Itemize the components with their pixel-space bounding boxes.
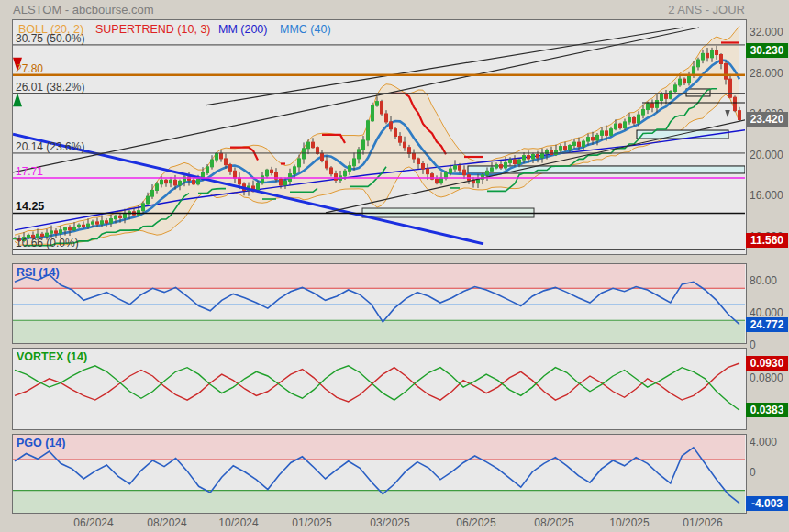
pgo-value-badge: -4.003 [746,496,788,511]
x-axis-label: 06/2025 [456,516,495,529]
x-axis-label: 01/2025 [292,516,331,529]
rsi-axis-tick: 0 [750,338,756,351]
price-badge: 30.230 [746,43,788,58]
pgo-panel[interactable] [12,434,747,514]
vortex-value-badge: 0.0383 [746,403,788,417]
x-axis-label: 03/2025 [370,516,409,529]
pgo-axis-tick: 0 [750,466,756,479]
x-axis-label: 01/2026 [683,516,722,529]
x-axis-label: 08/2025 [534,516,573,529]
price-badge: 11.560 [746,233,788,248]
rsi-axis-tick: 80.00 [750,274,777,287]
price-axis-tick: 32.000 [750,26,783,39]
price-axis-tick: 12.000 [750,230,783,243]
price-axis-tick: 16.000 [750,189,783,202]
price-badge: 23.420 [746,112,788,127]
rsi-panel[interactable] [12,263,747,344]
chart-app: ALSTOM - abcbourse.com 2 ANS - JOUR BOLL… [0,0,789,532]
main-price-panel[interactable] [12,19,747,255]
title-bar: ALSTOM - abcbourse.com 2 ANS - JOUR [0,0,789,18]
vortex-axis-tick: 0.0800 [750,371,783,384]
period-label: 2 ANS - JOUR [668,3,745,17]
x-axis-label: 10/2024 [218,516,258,529]
rsi-axis-tick: 40.000 [750,306,783,319]
price-axis-tick: 24.000 [750,107,783,120]
x-axis-label: 10/2025 [609,516,649,529]
x-axis-label: 08/2024 [147,516,186,529]
x-axis-label: 06/2024 [73,516,113,529]
instrument-title: ALSTOM - abcbourse.com [13,3,154,17]
vortex-value-badge: 0.0930 [746,356,788,371]
price-axis-tick: 28.000 [750,67,783,80]
vortex-panel[interactable] [12,348,747,430]
price-axis-tick: 20.000 [750,149,783,161]
pgo-axis-tick: 4.000 [750,436,777,449]
rsi-value-badge: 24.772 [746,317,788,332]
